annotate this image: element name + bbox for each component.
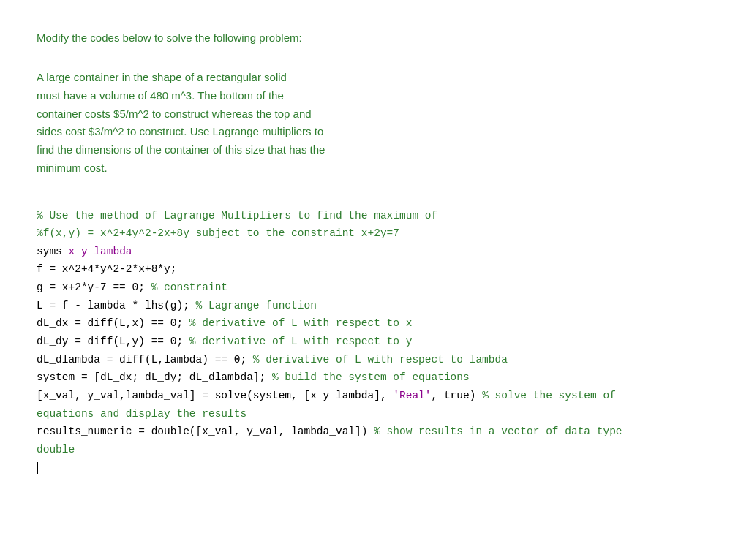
problem-line: container costs $5/m^2 to construct wher…: [37, 105, 712, 124]
problem-line: find the dimensions of the container of …: [37, 141, 712, 159]
code-line: f = x^2+4*y^2-2*x+8*y;: [37, 260, 712, 279]
code-line: g = x+2*y-7 == 0; % constraint: [37, 279, 712, 297]
intro-text: Modify the codes below to solve the foll…: [37, 29, 712, 47]
code-line: results_numeric = double([x_val, y_val, …: [37, 423, 712, 441]
code-block: % Use the method of Lagrange Multipliers…: [37, 207, 712, 477]
problem-line: minimum cost.: [37, 159, 712, 178]
code-line: [37, 458, 712, 477]
code-line: dL_dy = diff(L,y) == 0; % derivative of …: [37, 333, 712, 351]
text-cursor: [37, 462, 38, 474]
code-line: %f(x,y) = x^2+4y^2-2x+8y subject to the …: [37, 224, 712, 243]
code-line: equations and display the results: [37, 405, 712, 423]
problem-line: A large container in the shape of a rect…: [37, 69, 712, 87]
code-line: syms x y lambda: [37, 243, 712, 261]
code-line: double: [37, 441, 712, 459]
problem-line: must have a volume of 480 m^3. The botto…: [37, 87, 712, 105]
code-line: dL_dlambda = diff(L,lambda) == 0; % deri…: [37, 351, 712, 369]
code-line: [x_val, y_val,lambda_val] = solve(system…: [37, 387, 712, 405]
code-line: L = f - lambda * lhs(g); % Lagrange func…: [37, 297, 712, 315]
code-line: system = [dL_dx; dL_dy; dL_dlambda]; % b…: [37, 368, 712, 387]
code-line: % Use the method of Lagrange Multipliers…: [37, 207, 712, 225]
code-line: dL_dx = diff(L,x) == 0; % derivative of …: [37, 314, 712, 333]
problem-text: A large container in the shape of a rect…: [37, 69, 712, 178]
problem-line: sides cost $3/m^2 to construct. Use Lagr…: [37, 123, 712, 141]
